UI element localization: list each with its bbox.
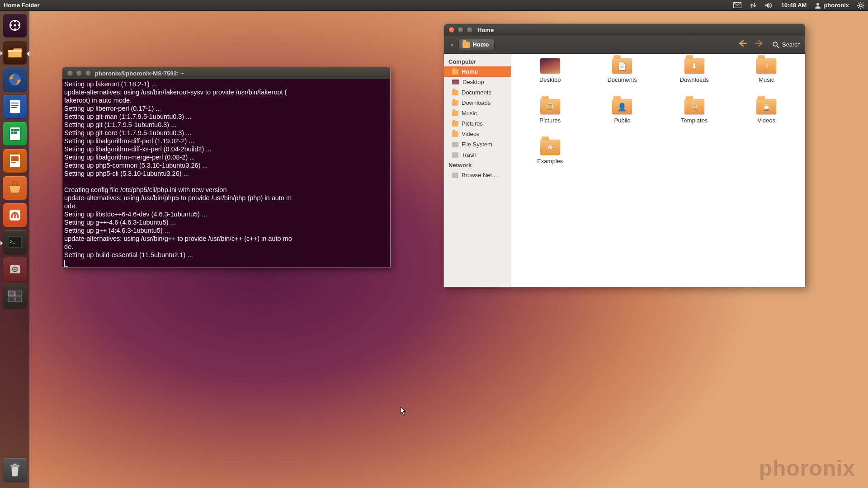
sidebar-item-desktop[interactable]: Desktop — [444, 77, 511, 87]
terminal-titlebar[interactable]: phoronix@phoronix-MS-7593: ~ — [62, 67, 390, 79]
file-downloads[interactable]: ⬇Downloads — [660, 58, 728, 83]
top-panel: Home Folder 10:48 AM phoronix — [0, 0, 868, 11]
running-pip-icon — [0, 51, 3, 56]
launcher-writer[interactable] — [3, 95, 27, 118]
launcher-workspace[interactable] — [3, 285, 27, 308]
launcher-trash[interactable] — [3, 458, 27, 482]
svg-line-10 — [858, 7, 859, 8]
svg-rect-21 — [11, 105, 19, 106]
files-title: Home — [477, 27, 494, 33]
launcher-settings[interactable] — [3, 258, 27, 281]
terminal-close-button[interactable] — [67, 70, 73, 76]
svg-rect-30 — [11, 156, 19, 161]
svg-point-2 — [859, 4, 862, 7]
svg-rect-24 — [11, 129, 14, 131]
session-indicator[interactable] — [857, 2, 864, 9]
trash-icon — [452, 152, 458, 158]
files-toolbar: ‹ Home Search — [444, 36, 805, 54]
svg-rect-33 — [14, 212, 16, 218]
svg-point-13 — [14, 28, 15, 30]
folder-icon — [452, 121, 458, 127]
watermark-text: phoronix — [759, 456, 855, 481]
file-public[interactable]: 👤Public — [588, 99, 656, 124]
file-label: Examples — [537, 158, 563, 164]
arrow-left-icon — [738, 40, 747, 47]
file-templates[interactable]: ⎘Templates — [660, 99, 728, 124]
launcher-ubuntu-one[interactable] — [3, 203, 27, 227]
sidebar-item-videos[interactable]: Videos — [444, 129, 511, 139]
svg-rect-41 — [8, 297, 14, 302]
path-home-crumb[interactable]: Home — [458, 39, 495, 50]
sound-icon — [765, 2, 773, 9]
sidebar-item-label: Documents — [462, 89, 491, 96]
folder-icon — [452, 131, 458, 137]
file-music[interactable]: ♪Music — [732, 58, 800, 83]
svg-rect-28 — [14, 131, 17, 134]
svg-line-46 — [777, 46, 779, 48]
files-icon-view[interactable]: Desktop📄Documents⬇Downloads♪Music❐Pictur… — [511, 54, 805, 287]
sidebar-item-home[interactable]: Home — [444, 66, 511, 77]
file-desktop[interactable]: Desktop — [516, 58, 584, 83]
sound-indicator[interactable] — [765, 2, 773, 9]
terminal-cursor — [64, 260, 68, 267]
sidebar-item-label: File System — [462, 141, 492, 148]
running-pip-icon — [0, 241, 3, 245]
fs-icon — [452, 142, 458, 147]
launcher-software-center[interactable] — [3, 176, 27, 200]
svg-point-15 — [18, 24, 19, 26]
folder-icon — [452, 90, 458, 95]
file-documents[interactable]: 📄Documents — [588, 58, 656, 83]
launcher-impress[interactable] — [3, 149, 27, 173]
launcher-calc[interactable] — [3, 122, 27, 145]
svg-point-18 — [9, 74, 21, 85]
clock[interactable]: 10:48 AM — [781, 2, 807, 9]
file-label: Videos — [757, 117, 775, 124]
sidebar-header-computer: Computer — [444, 56, 511, 66]
sidebar-item-trash[interactable]: Trash — [444, 150, 511, 160]
mail-indicator[interactable] — [733, 2, 741, 8]
terminal-title: phoronix@phoronix-MS-7593: ~ — [95, 70, 184, 77]
launcher-firefox[interactable] — [3, 68, 27, 91]
nav-forward-button[interactable] — [755, 40, 764, 49]
sidebar-item-browse-net-[interactable]: Browse Net... — [444, 170, 511, 180]
path-root-crumb[interactable]: ‹ — [448, 39, 456, 50]
sidebar-header-network: Network — [444, 160, 511, 170]
network-indicator[interactable] — [750, 2, 757, 9]
files-close-button[interactable] — [448, 27, 455, 33]
path-bar[interactable]: ‹ Home — [448, 39, 495, 50]
launcher-nautilus[interactable] — [3, 41, 27, 64]
sidebar-item-documents[interactable]: Documents — [444, 87, 511, 98]
file-videos[interactable]: ▣Videos — [732, 99, 800, 124]
launcher-dash[interactable] — [3, 14, 27, 37]
sidebar-item-downloads[interactable]: Downloads — [444, 98, 511, 108]
file-label: Downloads — [680, 76, 709, 83]
sidebar-item-file-system[interactable]: File System — [444, 139, 511, 150]
svg-rect-27 — [11, 131, 14, 134]
file-pictures[interactable]: ❐Pictures — [516, 99, 584, 124]
files-titlebar[interactable]: Home — [444, 24, 805, 36]
terminal-output[interactable]: Setting up fakeroot (1.18.2-1) ... updat… — [62, 79, 390, 268]
svg-line-9 — [863, 3, 863, 4]
terminal-window[interactable]: phoronix@phoronix-MS-7593: ~ Setting up … — [62, 67, 391, 268]
nav-back-button[interactable] — [738, 40, 747, 49]
folder-icon: ❐ — [540, 99, 560, 114]
sidebar-item-music[interactable]: Music — [444, 108, 511, 118]
files-window[interactable]: Home ‹ Home Search Computer HomeDes — [443, 23, 806, 287]
search-button[interactable]: Search — [772, 41, 801, 48]
folder-icon — [452, 69, 458, 75]
file-examples[interactable]: ❋Examples — [516, 140, 584, 164]
files-minimize-button[interactable] — [458, 27, 464, 33]
svg-point-38 — [14, 268, 15, 270]
folder-icon: ⬇ — [684, 58, 704, 74]
path-home-label: Home — [472, 41, 489, 48]
sidebar-item-pictures[interactable]: Pictures — [444, 118, 511, 129]
terminal-minimize-button[interactable] — [76, 70, 82, 76]
network-icon — [750, 2, 757, 9]
terminal-maximize-button[interactable] — [85, 70, 91, 76]
launcher-terminal[interactable]: >_ — [3, 230, 27, 254]
user-menu[interactable]: phoronix — [815, 2, 849, 9]
svg-rect-17 — [8, 50, 22, 52]
folder-icon: ⎘ — [684, 99, 704, 114]
files-maximize-button[interactable] — [467, 27, 473, 33]
sidebar-item-label: Videos — [462, 131, 480, 137]
